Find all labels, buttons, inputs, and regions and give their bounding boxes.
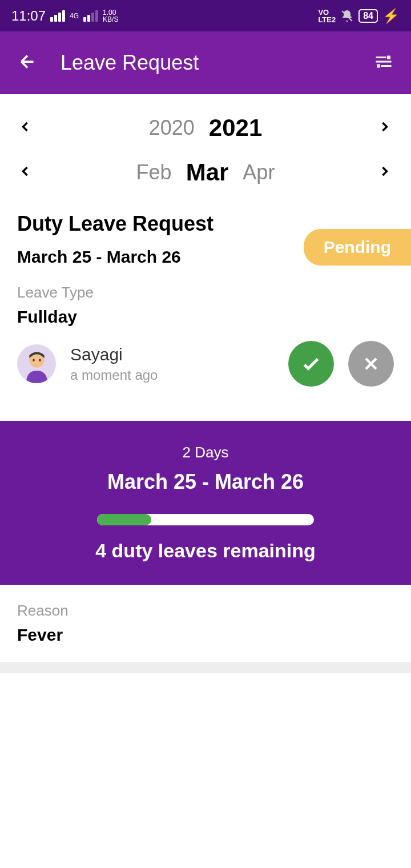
- reason-label: Reason: [17, 602, 394, 620]
- month-current: Mar: [186, 159, 229, 186]
- mute-icon: [340, 9, 354, 23]
- year-picker: 2020 2021: [17, 106, 394, 150]
- battery-indicator: 84: [358, 9, 378, 23]
- back-button[interactable]: [17, 51, 38, 74]
- leave-progress-bar: [97, 514, 314, 525]
- charging-icon: ⚡: [382, 8, 400, 24]
- summary-days: 2 Days: [17, 444, 394, 461]
- year-previous[interactable]: 2020: [149, 116, 195, 140]
- leave-type-label: Leave Type: [17, 284, 394, 302]
- month-previous[interactable]: Feb: [136, 160, 172, 184]
- month-picker: Feb Mar Apr: [17, 150, 394, 195]
- svg-point-4: [33, 359, 34, 361]
- volte-indicator: VOLTE2: [318, 9, 336, 23]
- divider: [0, 662, 411, 673]
- status-time: 11:07: [11, 8, 46, 24]
- signal-icon-2: [83, 10, 98, 22]
- reason-section: Reason Fever: [0, 585, 411, 662]
- network-type: 4G: [70, 13, 79, 19]
- approve-button[interactable]: [288, 341, 334, 387]
- year-prev-button[interactable]: [17, 119, 34, 137]
- filter-button[interactable]: [373, 51, 394, 74]
- page-title: Leave Request: [61, 51, 373, 75]
- leave-type-value: Fullday: [17, 307, 394, 327]
- year-next-button[interactable]: [377, 119, 394, 137]
- data-speed: 1.00 KB/S: [103, 9, 118, 23]
- requester-row: Sayagi a moment ago: [17, 341, 394, 387]
- leave-request-card: Duty Leave Request Pending March 25 - Ma…: [0, 212, 411, 404]
- leave-progress-fill: [97, 514, 151, 525]
- app-bar: Leave Request: [0, 31, 411, 94]
- requester-time: a moment ago: [70, 367, 274, 383]
- requester-name: Sayagi: [70, 345, 274, 364]
- svg-rect-1: [387, 56, 390, 59]
- avatar: [17, 344, 56, 383]
- signal-icon: [50, 10, 65, 22]
- status-bar: 11:07 4G 1.00 KB/S VOLTE2 84 ⚡: [0, 0, 411, 31]
- summary-remaining: 4 duty leaves remaining: [17, 540, 394, 562]
- leave-summary-card: 2 Days March 25 - March 26 4 duty leaves…: [0, 421, 411, 585]
- svg-point-5: [39, 359, 41, 361]
- month-prev-button[interactable]: [17, 163, 34, 182]
- status-badge: Pending: [304, 229, 411, 266]
- reason-value: Fever: [17, 625, 394, 645]
- reject-button[interactable]: [348, 341, 394, 387]
- year-current: 2021: [209, 114, 262, 142]
- month-next[interactable]: Apr: [243, 160, 275, 184]
- summary-date-range: March 25 - March 26: [17, 470, 394, 494]
- svg-rect-2: [377, 65, 380, 68]
- month-next-button[interactable]: [377, 163, 394, 182]
